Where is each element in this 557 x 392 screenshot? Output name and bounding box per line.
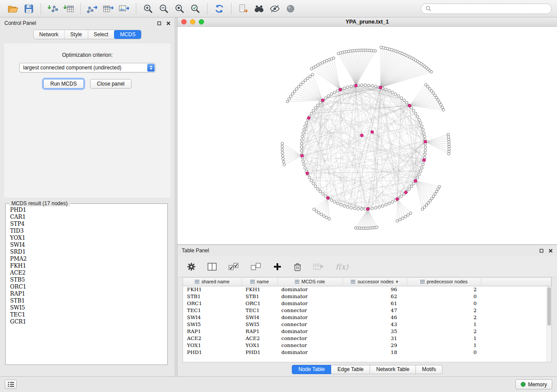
table-cell[interactable]: dominator	[277, 300, 343, 307]
table-cell[interactable]: STB1	[242, 293, 277, 300]
table-cell[interactable]: dominator	[277, 349, 343, 356]
table-row[interactable]: PHD1PHD1dominator180	[183, 349, 551, 356]
table-row[interactable]: TEC1TEC1connector472	[183, 307, 551, 314]
tab-select[interactable]: Select	[88, 30, 114, 39]
table-settings-gear-icon[interactable]	[187, 262, 196, 271]
mcds-result-item[interactable]: PMA2	[7, 255, 166, 262]
table-cell[interactable]: connector	[277, 321, 343, 328]
mcds-result-item[interactable]: GCR1	[7, 318, 166, 325]
table-cell[interactable]: 46	[343, 314, 407, 321]
table-row[interactable]: RAP1RAP1dominator352	[183, 328, 551, 335]
export-table-button[interactable]	[100, 2, 116, 15]
hide-selected-button[interactable]	[267, 2, 283, 15]
mcds-result-item[interactable]: ACE2	[7, 269, 166, 276]
table-cell[interactable]: 2	[407, 286, 481, 293]
mcds-result-item[interactable]: PHD1	[7, 206, 166, 213]
table-row[interactable]: SWI5SWI5connector431	[183, 321, 551, 328]
table-cell[interactable]: SWI5	[183, 321, 242, 328]
zoom-selected-button[interactable]	[187, 2, 203, 15]
table-cell[interactable]: dominator	[277, 328, 343, 335]
table-cell[interactable]: SWI4	[242, 314, 277, 321]
table-cell[interactable]: 61	[343, 300, 407, 307]
table-cell[interactable]: 1	[407, 321, 481, 328]
column-header-successor-nodes[interactable]: successor nodes ▾	[343, 278, 407, 286]
network-graph[interactable]	[177, 27, 557, 244]
tab-node-table[interactable]: Node Table	[292, 365, 332, 374]
mcds-result-item[interactable]: SRD1	[7, 248, 166, 255]
table-row[interactable]: ORC1ORC1dominator610	[183, 300, 551, 307]
table-cell[interactable]: ACE2	[183, 335, 242, 342]
column-header-shared-name[interactable]: shared name	[183, 278, 242, 286]
table-cell[interactable]: FKH1	[242, 286, 277, 293]
delete-column-icon[interactable]	[294, 262, 301, 271]
import-table-button[interactable]	[61, 2, 76, 15]
table-cell[interactable]: 2	[407, 314, 481, 321]
table-row[interactable]: YOX1YOX1connector291	[183, 342, 551, 349]
table-cell[interactable]: YOX1	[183, 342, 242, 349]
select-all-icon[interactable]	[228, 263, 239, 271]
network-canvas[interactable]	[177, 27, 557, 244]
memory-button[interactable]: Memory	[515, 379, 552, 389]
table-cell[interactable]: PHD1	[242, 349, 277, 356]
mcds-result-item[interactable]: TID3	[7, 227, 166, 234]
table-cell[interactable]: 29	[343, 342, 407, 349]
mcds-result-item[interactable]: YOX1	[7, 234, 166, 241]
mcds-result-list[interactable]: PHD1CAR1STP4TID3YOX1SWI4SRD1PMA2FKH1ACE2…	[7, 206, 166, 363]
tab-network-table[interactable]: Network Table	[370, 365, 416, 374]
table-cell[interactable]: 35	[343, 328, 407, 335]
search-network-button[interactable]	[251, 2, 267, 15]
table-cell[interactable]: 31	[343, 335, 407, 342]
mcds-result-item[interactable]: STB5	[7, 276, 166, 283]
sort-dropdown-icon[interactable]: ▾	[396, 279, 398, 285]
mcds-result-item[interactable]: TEC1	[7, 311, 166, 318]
window-close-icon[interactable]	[181, 19, 187, 24]
column-header-predecessor-nodes[interactable]: predecessor nodes	[407, 278, 481, 286]
mcds-result-item[interactable]: CAR1	[7, 213, 166, 220]
table-cell[interactable]: 2	[407, 328, 481, 335]
optimization-criterion-select[interactable]: largest connected component (undirected)	[19, 63, 156, 72]
mcds-result-item[interactable]: STP4	[7, 220, 166, 227]
task-history-button[interactable]	[5, 380, 17, 389]
export-image-button[interactable]	[116, 2, 132, 15]
table-scrollbar[interactable]	[547, 286, 551, 362]
table-cell[interactable]: YOX1	[242, 342, 277, 349]
open-file-button[interactable]	[5, 2, 21, 15]
close-panel-icon[interactable]	[549, 249, 553, 253]
table-cell[interactable]: dominator	[277, 293, 343, 300]
tab-edge-table[interactable]: Edge Table	[331, 365, 370, 374]
table-cell[interactable]: FKH1	[183, 286, 242, 293]
share-document-button[interactable]	[235, 2, 251, 15]
window-minimize-icon[interactable]	[190, 19, 195, 24]
close-panel-button[interactable]: Close panel	[90, 79, 131, 89]
table-cell[interactable]: 1	[407, 342, 481, 349]
table-cell[interactable]: SWI4	[183, 314, 242, 321]
table-cell[interactable]: RAP1	[183, 328, 242, 335]
table-cell[interactable]: 47	[343, 307, 407, 314]
table-row[interactable]: ACE2ACE2connector311	[183, 335, 551, 342]
table-cell[interactable]: 96	[343, 286, 407, 293]
import-network-button[interactable]	[45, 2, 61, 15]
run-mcds-button[interactable]: Run MCDS	[43, 79, 84, 89]
table-cell[interactable]: SWI5	[242, 321, 277, 328]
column-header-mcds-role[interactable]: MCDS role	[277, 278, 343, 286]
table-cell[interactable]: RAP1	[242, 328, 277, 335]
table-cell[interactable]: STB1	[183, 293, 242, 300]
window-maximize-icon[interactable]	[199, 19, 204, 24]
table-cell[interactable]: 0	[407, 293, 481, 300]
table-row[interactable]: FKH1FKH1dominator962	[183, 286, 551, 293]
zoom-out-button[interactable]	[156, 2, 172, 15]
show-graphics-details-button[interactable]	[283, 2, 298, 15]
table-cell[interactable]: connector	[277, 307, 343, 314]
table-cell[interactable]: connector	[277, 335, 343, 342]
float-panel-icon[interactable]	[540, 249, 543, 253]
refresh-view-button[interactable]	[211, 2, 227, 15]
column-header-name[interactable]: name	[242, 278, 277, 286]
zoom-fit-button[interactable]	[172, 2, 187, 15]
export-network-button[interactable]	[85, 2, 100, 15]
scrollbar-thumb[interactable]	[547, 287, 551, 326]
mcds-result-item[interactable]: SWI5	[7, 304, 166, 311]
table-cell[interactable]: 62	[343, 293, 407, 300]
table-cell[interactable]: ORC1	[242, 300, 277, 307]
table-cell[interactable]: connector	[277, 342, 343, 349]
table-cell[interactable]: 1	[407, 335, 481, 342]
